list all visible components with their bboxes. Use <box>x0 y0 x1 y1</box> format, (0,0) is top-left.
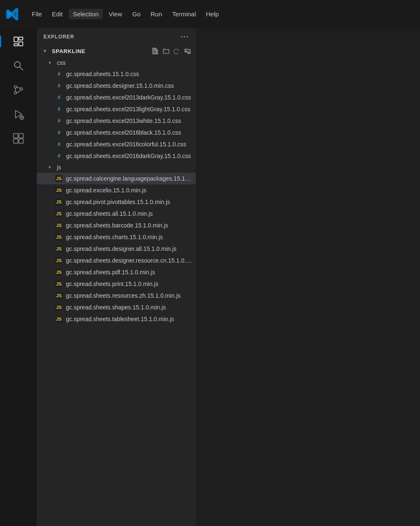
explorer-title: EXPLORER <box>44 34 74 40</box>
js-file-icon: JS <box>55 210 62 217</box>
filename: gc.spread.sheets.barcode.15.1.0.min.js <box>66 222 168 229</box>
file-js-10[interactable]: JS gc.spread.sheets.print.15.1.0.min.js <box>37 278 196 290</box>
activity-item-explorer[interactable] <box>7 30 30 53</box>
menu-help[interactable]: Help <box>202 9 223 19</box>
css-file-icon: # <box>55 94 63 100</box>
new-file-button[interactable] <box>151 46 160 56</box>
menu-go[interactable]: Go <box>128 9 145 19</box>
menu-terminal[interactable]: Terminal <box>168 9 200 19</box>
menu-selection[interactable]: Selection <box>69 9 103 19</box>
menu-run[interactable]: Run <box>146 9 166 19</box>
file-css-2[interactable]: # gc.spread.sheets.designer.15.1.0.min.c… <box>37 80 196 92</box>
js-file-icon: JS <box>55 234 62 240</box>
file-js-13[interactable]: JS gc.spread.sheets.tablesheet.15.1.0.mi… <box>37 313 196 325</box>
filename: gc.spread.sheets.excel2013darkGray.15.1.… <box>66 94 191 101</box>
menu-bar: File Edit Selection View Go Run Terminal… <box>28 9 223 19</box>
new-folder-button[interactable] <box>161 46 171 56</box>
js-file-icon: JS <box>55 292 62 299</box>
explorer-tree[interactable]: ▾ SPARKLINE <box>37 45 196 526</box>
file-js-2[interactable]: JS gc.spread.excelio.15.1.0.min.js <box>37 184 196 196</box>
filename: gc.spread.pivot.pivottables.15.1.0.min.j… <box>66 199 170 205</box>
file-css-1[interactable]: # gc.spread.sheets.15.1.0.css <box>37 68 196 80</box>
sidebar: EXPLORER ▾ SPARKLINE <box>37 28 196 526</box>
filename: gc.spread.sheets.print.15.1.0.min.js <box>66 281 158 287</box>
svg-rect-1 <box>19 37 23 40</box>
menu-edit[interactable]: Edit <box>48 9 67 19</box>
file-js-12[interactable]: JS gc.spread.sheets.shapes.15.1.0.min.js <box>37 301 196 313</box>
svg-point-8 <box>20 88 23 90</box>
file-css-4[interactable]: # gc.spread.sheets.excel2013lightGray.15… <box>37 103 196 115</box>
filename: gc.spread.sheets.excel2016black.15.1.0.c… <box>66 129 181 136</box>
file-js-1[interactable]: JS gc.spread.calcengine.languagepackages… <box>37 173 196 184</box>
file-css-8[interactable]: # gc.spread.sheets.excel2016darkGray.15.… <box>37 150 196 162</box>
file-js-11[interactable]: JS gc.spread.sheets.resources.zh.15.1.0.… <box>37 290 196 301</box>
filename: gc.spread.sheets.excel2016colorful.15.1.… <box>66 141 186 148</box>
filename: gc.spread.sheets.charts.15.1.0.min.js <box>66 234 163 240</box>
file-js-4[interactable]: JS gc.spread.sheets.all.15.1.0.min.js <box>37 208 196 220</box>
file-js-9[interactable]: JS gc.spread.sheets.pdf.15.1.0.min.js <box>37 266 196 278</box>
activity-item-extensions[interactable] <box>7 127 30 150</box>
file-css-6[interactable]: # gc.spread.sheets.excel2016black.15.1.0… <box>37 127 196 138</box>
vscode-logo-icon <box>5 7 20 22</box>
filename: gc.spread.sheets.all.15.1.0.min.js <box>66 210 153 217</box>
file-css-7[interactable]: # gc.spread.sheets.excel2016colorful.15.… <box>37 138 196 150</box>
css-file-icon: # <box>55 83 63 89</box>
filename: gc.spread.sheets.excel2013lightGray.15.1… <box>66 106 190 112</box>
svg-rect-3 <box>14 44 18 46</box>
js-file-icon: JS <box>55 269 62 276</box>
file-js-3[interactable]: JS gc.spread.pivot.pivottables.15.1.0.mi… <box>37 196 196 208</box>
svg-rect-12 <box>13 133 18 138</box>
css-file-icon: # <box>55 141 63 147</box>
editor-area <box>196 28 420 526</box>
filename: gc.spread.sheets.shapes.15.1.0.min.js <box>66 304 166 311</box>
filename: gc.spread.calcengine.languagepackages.15… <box>66 175 192 182</box>
filename: gc.spread.sheets.excel2016darkGray.15.1.… <box>66 153 191 159</box>
file-js-5[interactable]: JS gc.spread.sheets.barcode.15.1.0.min.j… <box>37 220 196 231</box>
menu-file[interactable]: File <box>28 9 46 19</box>
svg-rect-0 <box>14 37 18 42</box>
svg-line-5 <box>20 67 23 70</box>
chevron-down-icon: ▾ <box>49 60 54 66</box>
folder-css[interactable]: ▾ css <box>37 57 196 68</box>
filename: gc.spread.sheets.designer.15.1.0.min.css <box>66 82 174 89</box>
js-file-icon: JS <box>55 281 62 287</box>
css-file-icon: # <box>55 153 63 159</box>
js-file-icon: JS <box>55 187 62 194</box>
collapse-all-button[interactable] <box>183 46 192 56</box>
menu-view[interactable]: View <box>105 9 126 19</box>
js-file-icon: JS <box>55 222 62 229</box>
file-css-3[interactable]: # gc.spread.sheets.excel2013darkGray.15.… <box>37 92 196 103</box>
refresh-button[interactable] <box>172 46 182 56</box>
explorer-header: EXPLORER <box>37 28 196 45</box>
file-js-6[interactable]: JS gc.spread.sheets.charts.15.1.0.min.js <box>37 231 196 243</box>
activity-item-source-control[interactable] <box>7 78 30 102</box>
activity-item-search[interactable] <box>7 54 30 77</box>
main-layout: EXPLORER ▾ SPARKLINE <box>0 28 420 526</box>
file-css-5[interactable]: # gc.spread.sheets.excel2013white.15.1.0… <box>37 115 196 127</box>
filename: gc.spread.sheets.excel2013white.15.1.0.c… <box>66 117 181 124</box>
activity-item-run-debug[interactable] <box>7 102 30 126</box>
css-file-icon: # <box>55 130 63 135</box>
sidebar-more-button[interactable] <box>180 32 189 41</box>
file-js-8[interactable]: JS gc.spread.sheets.designer.resource.cn… <box>37 255 196 266</box>
folder-css-label: css <box>57 59 66 66</box>
css-file-icon: # <box>55 118 63 124</box>
activity-bar <box>0 28 37 526</box>
js-file-icon: JS <box>55 199 62 205</box>
svg-rect-15 <box>19 139 23 143</box>
project-root[interactable]: ▾ SPARKLINE <box>37 45 196 57</box>
svg-rect-13 <box>19 133 23 138</box>
svg-rect-14 <box>13 139 18 143</box>
folder-js[interactable]: ▾ js <box>37 162 196 173</box>
folder-js-label: js <box>57 164 61 171</box>
filename: gc.spread.excelio.15.1.0.min.js <box>66 187 146 194</box>
project-name: SPARKLINE <box>52 48 148 54</box>
svg-point-18 <box>187 36 188 37</box>
svg-point-16 <box>181 36 182 37</box>
js-file-icon: JS <box>55 316 62 322</box>
js-file-icon: JS <box>55 245 62 252</box>
titlebar: File Edit Selection View Go Run Terminal… <box>0 0 420 28</box>
file-js-7[interactable]: JS gc.spread.sheets.designer.all.15.1.0.… <box>37 243 196 255</box>
svg-point-17 <box>184 36 185 37</box>
project-actions <box>151 46 192 56</box>
